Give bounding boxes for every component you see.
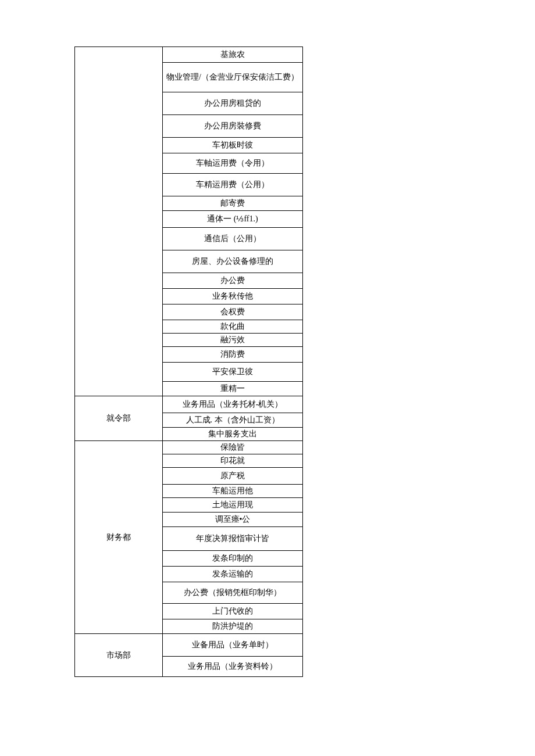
item-cell: 消防费 [163, 347, 303, 363]
item-cell: 办公费 [163, 273, 303, 289]
table-row: 市场部业备用品（业务单时） [75, 634, 377, 657]
group-label: 财务都 [75, 441, 163, 634]
item-cell: 会权费 [163, 304, 303, 320]
group-label: 市场部 [75, 634, 163, 677]
group-label: 就令部 [75, 396, 163, 441]
item-cell: 办公用房裝修費 [163, 115, 303, 138]
item-cell: 调至瘗•公 [163, 513, 303, 527]
table-row: 基旅农 [75, 47, 377, 63]
item-cell: 防洪护堤的 [163, 619, 303, 634]
item-cell: 车軸运用费（令用） [163, 153, 303, 174]
expense-table: 基旅农物业管理/（金营业厅保安俵洁工费）办公用房租贷的办公用房裝修費车初板时彼车… [74, 46, 377, 677]
item-cell: 办公费（报销凭框印制华） [163, 582, 303, 604]
item-cell: 邮寄费 [163, 196, 303, 211]
item-cell: 业务用品（业务托材-机关） [163, 396, 303, 413]
item-cell: 集中服务支出 [163, 428, 303, 441]
item-cell: 土地运用现 [163, 498, 303, 513]
item-cell: 年度决算报恉审计皆 [163, 527, 303, 551]
table-row: 就令部业务用品（业务托材-机关） [75, 396, 377, 413]
item-cell: 物业管理/（金营业厅保安俵洁工费） [163, 63, 303, 92]
item-cell: 房屋、办公设备修理的 [163, 250, 303, 273]
item-cell: 通体一 (⅓ff1.) [163, 211, 303, 228]
item-cell: 业务用品（业务资料铃） [163, 657, 303, 677]
item-cell: 业务秋传他 [163, 289, 303, 304]
item-cell: 办公用房租贷的 [163, 92, 303, 115]
item-cell: 通信后（公用） [163, 228, 303, 250]
item-cell: 人工成. 本（含外山工资） [163, 413, 303, 428]
item-cell: 发条印制的 [163, 551, 303, 567]
item-cell: 重精一 [163, 382, 303, 396]
table-row: 财务都保險皆 [75, 441, 377, 454]
item-cell: 平安保卫彼 [163, 363, 303, 382]
item-cell: 业备用品（业务单时） [163, 634, 303, 657]
item-cell: 车船运用他 [163, 485, 303, 498]
item-cell: 上门代收的 [163, 604, 303, 619]
item-cell: 发条运输的 [163, 567, 303, 582]
item-cell: 融污效 [163, 334, 303, 347]
group-label [75, 47, 163, 396]
item-cell: 保險皆 [163, 441, 303, 454]
item-cell: 原产税 [163, 468, 303, 485]
item-cell: 款化曲 [163, 320, 303, 334]
item-cell: 印花就 [163, 454, 303, 468]
item-cell: 基旅农 [163, 47, 303, 63]
item-cell: 车精运用费（公用） [163, 174, 303, 196]
item-cell: 车初板时彼 [163, 138, 303, 153]
